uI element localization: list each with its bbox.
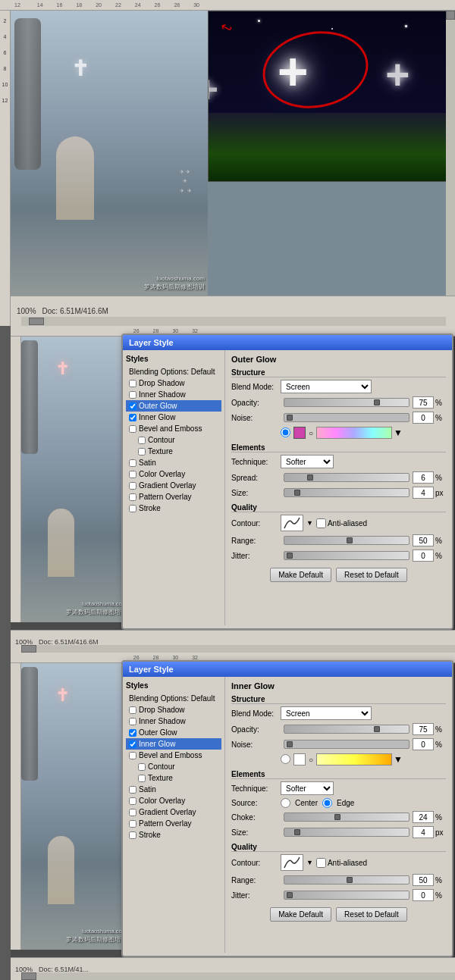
noise-slider-2[interactable]	[284, 413, 410, 422]
range-slider-2[interactable]	[284, 536, 410, 545]
checkbox-inner-glow-3[interactable]	[129, 740, 136, 748]
range-value-3[interactable]	[413, 874, 434, 886]
noise-thumb-2[interactable]	[287, 415, 293, 421]
style-item-stroke-3[interactable]: Stroke	[126, 829, 221, 841]
size-slider-2[interactable]	[284, 488, 410, 497]
style-item-blending-3[interactable]: Blending Options: Default	[126, 693, 221, 704]
style-item-blending[interactable]: Blending Options: Default	[126, 366, 221, 377]
style-item-drop-shadow-3[interactable]: Drop Shadow	[126, 704, 221, 715]
choke-slider-3[interactable]	[284, 812, 410, 822]
opacity-slider-2[interactable]	[284, 398, 410, 407]
opacity-value-2[interactable]	[413, 396, 434, 409]
opacity-slider-3[interactable]	[284, 725, 410, 734]
radio-color-3[interactable]	[281, 754, 290, 764]
style-item-outer-glow-active[interactable]: Outer Glow	[126, 400, 221, 412]
checkbox-pattern-overlay-3[interactable]	[129, 820, 136, 828]
range-thumb-3[interactable]	[347, 877, 353, 883]
style-item-gradient-overlay[interactable]: Gradient Overlay	[126, 480, 221, 491]
scrollbar-h-2[interactable]	[21, 645, 455, 653]
checkbox-inner-shadow[interactable]	[129, 391, 136, 399]
noise-value-2[interactable]	[413, 412, 434, 424]
spread-value-2[interactable]	[413, 471, 434, 484]
blend-mode-select-2[interactable]: Screen	[281, 380, 372, 393]
range-thumb-2[interactable]	[347, 537, 353, 543]
spread-slider-2[interactable]	[284, 473, 410, 482]
checkbox-outer-glow-3[interactable]	[129, 729, 136, 737]
color-swatch-3[interactable]	[293, 753, 306, 766]
style-item-inner-shadow[interactable]: Inner Shadow	[126, 389, 221, 400]
style-item-contour-3[interactable]: Contour	[126, 761, 221, 772]
blend-mode-select-3[interactable]: Screen	[281, 706, 372, 720]
style-item-pattern-overlay[interactable]: Pattern Overlay	[126, 491, 221, 503]
style-item-contour[interactable]: Contour	[126, 434, 221, 446]
range-slider-3[interactable]	[284, 875, 410, 885]
checkbox-bevel-emboss-3[interactable]	[129, 752, 136, 759]
checkbox-color-overlay[interactable]	[129, 471, 136, 478]
checkbox-outer-glow[interactable]	[129, 402, 136, 410]
checkbox-drop-shadow[interactable]	[129, 380, 136, 387]
contour-preview-2[interactable]	[281, 515, 303, 531]
style-item-satin-3[interactable]: Satin	[126, 784, 221, 795]
checkbox-pattern-overlay[interactable]	[129, 493, 136, 501]
checkbox-bevel-emboss[interactable]	[129, 425, 136, 433]
style-item-bevel-emboss-3[interactable]: Bevel and Emboss	[126, 750, 221, 761]
contour-dropdown-arrow-2[interactable]: ▼	[306, 519, 313, 527]
noise-value-3[interactable]	[413, 738, 434, 750]
reset-default-btn-2[interactable]: Reset to Default	[336, 568, 407, 582]
checkbox-stroke-3[interactable]	[129, 831, 136, 839]
checkbox-gradient-overlay-3[interactable]	[129, 809, 136, 816]
anti-alias-checkbox-3[interactable]	[316, 858, 326, 868]
make-default-btn-2[interactable]: Make Default	[270, 568, 331, 582]
style-item-inner-shadow-3[interactable]: Inner Shadow	[126, 715, 221, 727]
jitter-thumb-2[interactable]	[287, 553, 293, 559]
scrollbar-h-3[interactable]	[21, 972, 455, 980]
scrollbar-thumb-h-3[interactable]	[21, 972, 36, 980]
spread-thumb-2[interactable]	[307, 474, 313, 481]
jitter-thumb-3[interactable]	[287, 892, 293, 898]
opacity-value-3[interactable]	[413, 723, 434, 735]
scrollbar-thumb-h-2[interactable]	[21, 645, 36, 653]
style-item-bevel-emboss[interactable]: Bevel and Emboss	[126, 423, 221, 434]
style-item-inner-glow[interactable]: Inner Glow	[126, 412, 221, 423]
gradient-arrow-3[interactable]: ▼	[394, 754, 403, 765]
checkbox-gradient-overlay[interactable]	[129, 482, 136, 490]
noise-slider-3[interactable]	[284, 740, 410, 749]
style-item-gradient-overlay-3[interactable]: Gradient Overlay	[126, 806, 221, 818]
jitter-value-2[interactable]	[413, 549, 434, 562]
checkbox-texture-3[interactable]	[138, 775, 146, 782]
color-swatch-2[interactable]	[293, 427, 306, 439]
style-item-texture-3[interactable]: Texture	[126, 772, 221, 784]
jitter-value-3[interactable]	[413, 889, 434, 901]
jitter-slider-2[interactable]	[284, 551, 410, 560]
checkbox-inner-glow[interactable]	[129, 414, 136, 421]
choke-value-3[interactable]	[413, 811, 434, 823]
anti-alias-checkbox-2[interactable]	[316, 518, 326, 528]
checkbox-satin-3[interactable]	[129, 786, 136, 794]
checkbox-satin[interactable]	[129, 459, 136, 467]
checkbox-contour[interactable]	[138, 437, 146, 444]
radio-center-3[interactable]	[281, 798, 290, 808]
checkbox-drop-shadow-3[interactable]	[129, 706, 136, 714]
style-item-pattern-overlay-3[interactable]: Pattern Overlay	[126, 818, 221, 829]
noise-thumb-3[interactable]	[287, 741, 293, 747]
gradient-swatch-3[interactable]	[316, 753, 392, 766]
technique-select-2[interactable]: Softer	[281, 455, 334, 468]
reset-default-btn-3[interactable]: Reset to Default	[336, 907, 407, 922]
size-thumb-3[interactable]	[294, 829, 300, 835]
scrollbar-vertical-1[interactable]	[446, 11, 455, 296]
size-value-2[interactable]	[413, 487, 434, 499]
range-value-2[interactable]	[413, 534, 434, 546]
checkbox-contour-3[interactable]	[138, 763, 146, 771]
contour-preview-3[interactable]	[281, 854, 303, 871]
style-item-texture[interactable]: Texture	[126, 446, 221, 457]
gradient-arrow-2[interactable]: ▼	[394, 427, 403, 438]
style-item-color-overlay[interactable]: Color Overlay	[126, 468, 221, 480]
size-value-3[interactable]	[413, 826, 434, 838]
opacity-thumb-2[interactable]	[374, 399, 380, 405]
technique-select-3[interactable]: Softer	[281, 781, 334, 795]
checkbox-stroke[interactable]	[129, 505, 136, 512]
contour-dropdown-arrow-3[interactable]: ▼	[306, 859, 313, 866]
size-thumb-2[interactable]	[294, 490, 300, 496]
scrollbar-horizontal-1[interactable]	[21, 317, 446, 326]
style-item-outer-glow-3[interactable]: Outer Glow	[126, 727, 221, 738]
